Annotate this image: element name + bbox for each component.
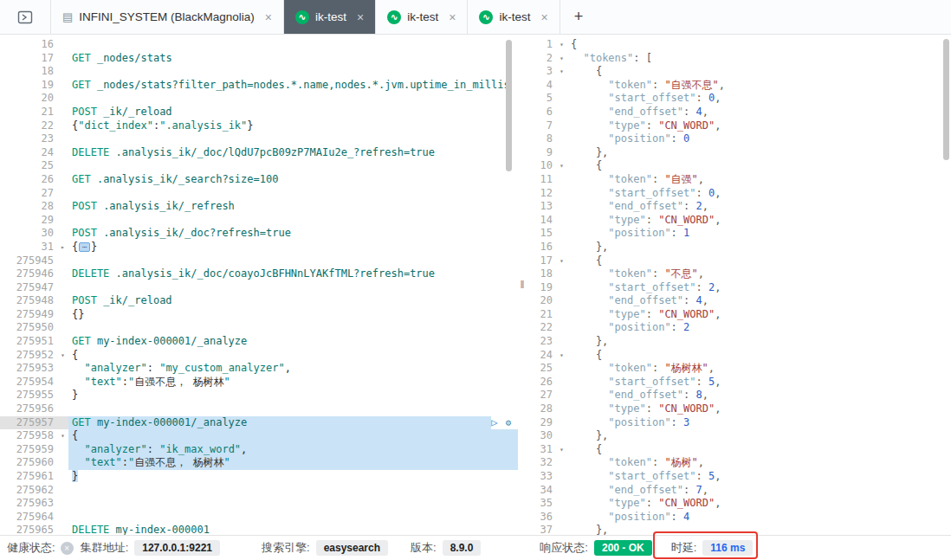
response-code-line[interactable]: 8 "position": 0 [527, 132, 951, 146]
response-code-line[interactable]: 4 "token": "自强不息", [527, 79, 951, 93]
response-code-line[interactable]: 20 "end_offset": 4, [527, 294, 951, 308]
request-tools-icon[interactable]: ⚙ [505, 416, 511, 430]
request-code-line[interactable]: 27 [0, 187, 518, 201]
close-icon[interactable]: × [357, 10, 364, 24]
response-code-line[interactable]: 22 "position": 2 [527, 321, 951, 335]
request-code-line[interactable]: 275956 [0, 402, 518, 416]
request-code-line[interactable]: 275953 "analyzer": "my_custom_analyzer", [0, 362, 518, 376]
request-code-line[interactable]: 275947 [0, 281, 518, 295]
response-code-line[interactable]: 32 "token": "杨树", [527, 456, 951, 470]
fold-toggle-icon[interactable]: ▾ [57, 349, 68, 363]
editor-scrollbar[interactable] [506, 40, 512, 171]
collapsed-block-icon[interactable]: ⋯ [79, 242, 90, 252]
response-code-line[interactable]: 36 "position": 4 [527, 511, 951, 525]
request-code-line[interactable]: 275954 "text":"自强不息， 杨树林" [0, 376, 518, 389]
response-code-line[interactable]: 18 "token": "不息", [527, 267, 951, 281]
response-code-line[interactable]: 37 }, [527, 524, 951, 535]
request-code-line[interactable]: 24DELETE .analysis_ik/_doc/lQdU7pcB09zP7… [0, 146, 518, 160]
response-code-line[interactable]: 5 "start_offset": 0, [527, 92, 951, 106]
response-code-line[interactable]: 6 "end_offset": 4, [527, 106, 951, 119]
response-code-line[interactable]: 11 "token": "自强", [527, 173, 951, 187]
response-code-line[interactable]: 28 "type": "CN_WORD", [527, 402, 951, 416]
fold-toggle-icon[interactable]: ▾ [556, 349, 567, 363]
tab-ik-test-1[interactable]: ∿ ik-test × [284, 0, 376, 34]
close-icon[interactable]: × [449, 10, 456, 24]
fold-toggle-icon[interactable]: ▾ [556, 65, 567, 79]
new-tab-button[interactable]: + [560, 0, 598, 34]
request-code-line[interactable]: 275964 [0, 511, 518, 525]
tab-infini-system[interactable]: ▤ INFINI_SYSTEM (BlackMagnolia) × [50, 0, 284, 34]
request-code-line[interactable]: 275959 "analyzer": "ik_max_word", [0, 443, 518, 457]
response-code-line[interactable]: 7 "type": "CN_WORD", [527, 119, 951, 133]
fold-toggle-icon[interactable]: ▾ [57, 429, 68, 443]
request-code-line[interactable]: 22{"dict_index":".analysis_ik"} [0, 119, 518, 133]
close-icon[interactable]: × [540, 10, 547, 24]
response-code-line[interactable]: 14 "type": "CN_WORD", [527, 214, 951, 228]
request-code-line[interactable]: 29 [0, 214, 518, 228]
tab-ik-test-3[interactable]: ∿ ik-test × [468, 0, 560, 34]
response-code-line[interactable]: 13 "end_offset": 2, [527, 200, 951, 214]
response-code-line[interactable]: 31▾ { [527, 443, 951, 457]
request-code-line[interactable]: 28POST .analysis_ik/_refresh [0, 200, 518, 214]
request-code-line[interactable]: 275952▾{ [0, 349, 518, 363]
response-code-line[interactable]: 34 "end_offset": 7, [527, 484, 951, 498]
request-code-line[interactable]: 20 [0, 92, 518, 106]
fold-toggle-icon[interactable]: ▾ [556, 443, 567, 457]
request-code-line[interactable]: 275946DELETE .analysis_ik/_doc/coayoJcBF… [0, 267, 518, 281]
request-code-line[interactable]: 275960 "text":"自强不息， 杨树林" [0, 456, 518, 470]
fold-toggle-icon[interactable]: ▾ [556, 159, 567, 173]
request-code-line[interactable]: 275948POST _ik/_reload [0, 294, 518, 308]
request-editor[interactable]: 1617GET _nodes/stats1819GET _nodes/stats… [0, 35, 518, 535]
response-code-line[interactable]: 26 "start_offset": 5, [527, 376, 951, 389]
request-code-line[interactable]: 275951GET my-index-000001/_analyze [0, 335, 518, 349]
response-code-line[interactable]: 10▾ { [527, 159, 951, 173]
panel-resize-handle[interactable]: ‖ [518, 35, 527, 535]
request-code-line[interactable]: 275945 [0, 254, 518, 268]
response-code-line[interactable]: 21 "type": "CN_WORD", [527, 308, 951, 322]
response-code-line[interactable]: 9 }, [527, 146, 951, 160]
response-code-line[interactable]: 16 }, [527, 241, 951, 254]
request-code-line[interactable]: 16 [0, 38, 518, 52]
request-code-line[interactable]: 21POST _ik/_reload [0, 106, 518, 119]
fold-toggle-icon[interactable]: ▾ [556, 38, 567, 52]
tab-ik-test-2[interactable]: ∿ ik-test × [376, 0, 468, 34]
request-code-line[interactable]: 275961} [0, 470, 518, 484]
request-code-line[interactable]: 275965DELETE my-index-000001 [0, 524, 518, 535]
response-code-line[interactable]: 24▾ { [527, 349, 951, 363]
request-code-line[interactable]: 23 [0, 132, 518, 146]
request-code-line[interactable]: 275962 [0, 484, 518, 498]
request-code-line[interactable]: 30POST .analysis_ik/_doc?refresh=true [0, 227, 518, 241]
request-code-line[interactable]: 17GET _nodes/stats [0, 52, 518, 66]
fold-toggle-icon[interactable]: ▾ [556, 52, 567, 66]
response-code-line[interactable]: 35 "type": "CN_WORD", [527, 497, 951, 511]
request-code-line[interactable]: 275957GET my-index-000001/_analyze▷⚙ [0, 416, 518, 430]
request-code-line[interactable]: 275950 [0, 321, 518, 335]
response-code-line[interactable]: 2▾ "tokens": [ [527, 52, 951, 66]
response-code-line[interactable]: 29 "position": 3 [527, 416, 951, 430]
request-code-line[interactable]: 275963 [0, 497, 518, 511]
response-code-line[interactable]: 3▾ { [527, 65, 951, 79]
response-code-line[interactable]: 33 "start_offset": 5, [527, 470, 951, 484]
close-icon[interactable]: × [265, 10, 272, 24]
response-scrollbar[interactable] [943, 39, 949, 160]
request-code-line[interactable]: 275949{} [0, 308, 518, 322]
response-code-line[interactable]: 25 "token": "杨树林", [527, 362, 951, 376]
response-code-line[interactable]: 30 }, [527, 429, 951, 443]
response-code-line[interactable]: 17▾ { [527, 254, 951, 268]
request-code-line[interactable]: 275955} [0, 389, 518, 402]
response-code-line[interactable]: 27 "end_offset": 8, [527, 389, 951, 402]
request-code-line[interactable]: 275958▾{ [0, 429, 518, 443]
run-request-icon[interactable]: ▷ [491, 416, 497, 430]
fold-toggle-icon[interactable]: ▸ [57, 241, 68, 254]
panel-toggle-icon[interactable] [0, 0, 50, 34]
response-code-line[interactable]: 1▾{ [527, 38, 951, 52]
fold-toggle-icon[interactable]: ▾ [556, 254, 567, 268]
request-code-line[interactable]: 25 [0, 159, 518, 173]
response-code-line[interactable]: 19 "start_offset": 2, [527, 281, 951, 295]
request-code-line[interactable]: 18 [0, 65, 518, 79]
response-code-line[interactable]: 12 "start_offset": 0, [527, 187, 951, 201]
response-code-line[interactable]: 15 "position": 1 [527, 227, 951, 241]
response-panel[interactable]: 1▾{2▾ "tokens": [3▾ {4 "token": "自强不息",5… [527, 35, 951, 535]
response-code-line[interactable]: 23 }, [527, 335, 951, 349]
request-code-line[interactable]: 31▸{⋯} [0, 241, 518, 254]
